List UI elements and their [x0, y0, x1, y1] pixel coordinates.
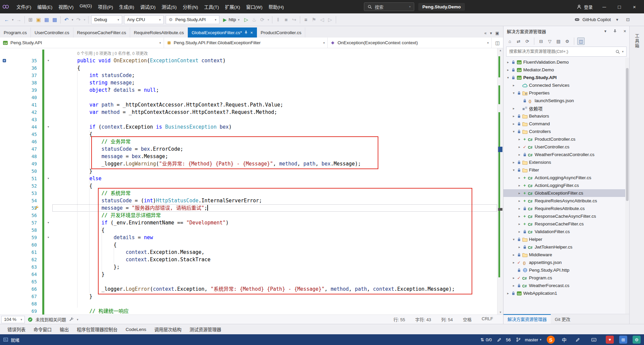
- previous-bookmark-button[interactable]: ◁: [318, 15, 326, 24]
- tree-item-launchsettings-json[interactable]: {}launchSettings.json: [503, 97, 629, 105]
- breadcrumb-segment-2[interactable]: Peng.Study.API.Filter.GlobalExceptionFil…: [164, 38, 328, 48]
- expander-icon[interactable]: ▸: [517, 207, 522, 210]
- outline-margin[interactable]: ▾: [44, 219, 52, 226]
- start-debugging-button[interactable]: ▶: [223, 17, 227, 22]
- tree-item-fluentvalidation-demo[interactable]: ▸C#FluentValidation.Demo: [503, 58, 629, 66]
- title-search-box[interactable]: 搜索 ▾: [364, 2, 414, 11]
- outline-margin[interactable]: [44, 86, 52, 94]
- breakpoint-margin[interactable]: [0, 138, 9, 145]
- hot-reload-button[interactable]: ♨: [250, 15, 258, 24]
- configuration-dropdown[interactable]: Debug ▾: [91, 15, 122, 24]
- caret-char-indicator[interactable]: 字符: 43: [415, 316, 431, 323]
- expander-icon[interactable]: ▸: [505, 68, 511, 72]
- outline-margin[interactable]: [44, 263, 52, 271]
- tab-program-cs[interactable]: Program.cs: [0, 27, 31, 38]
- breakpoint-margin[interactable]: [0, 64, 9, 72]
- outline-margin[interactable]: [44, 190, 52, 197]
- code-line-38[interactable]: 38 string message;: [0, 79, 497, 86]
- outline-margin[interactable]: [44, 72, 52, 79]
- tree-item-responsecacheasyncfilter-cs[interactable]: ▸+C#ResponseCacheAsyncFilter.cs: [503, 212, 629, 220]
- redo-dropdown[interactable]: ▾: [83, 15, 87, 24]
- breakpoint-margin[interactable]: [0, 278, 9, 285]
- tree-item-weatherforecast-cs[interactable]: ▸C#WeatherForecast.cs: [503, 282, 629, 289]
- menu-item-s[interactable]: 测试(S): [159, 2, 180, 12]
- minimize-button[interactable]: ─: [597, 0, 612, 13]
- code-line-60[interactable]: 60 {: [0, 241, 497, 249]
- tree-item-usercontroller-cs[interactable]: ▸✓C#UserController.cs: [503, 143, 629, 151]
- maximize-button[interactable]: □: [612, 0, 627, 13]
- navigate-forward-button[interactable]: →: [15, 15, 23, 24]
- solution-search-input[interactable]: [509, 49, 613, 54]
- undo-dropdown[interactable]: ▾: [70, 15, 74, 24]
- menu-item-git-g[interactable]: Git(G): [76, 2, 95, 12]
- github-copilot-badge[interactable]: GitHub Copilot ▾⊡: [574, 15, 641, 24]
- code-line-43[interactable]: 43: [0, 116, 497, 123]
- code-line-50[interactable]: 50 }: [0, 167, 497, 175]
- undo-button[interactable]: ↶: [62, 15, 70, 24]
- menu-item-n[interactable]: 分析(N): [180, 2, 201, 12]
- breakpoint-margin[interactable]: [0, 234, 9, 241]
- scrollbar-up-arrow[interactable]: ▲: [497, 49, 503, 52]
- tree-item-item[interactable]: ▸依赖项: [503, 105, 629, 112]
- breakpoint-margin[interactable]: [0, 116, 9, 123]
- code-editor[interactable]: 0 个引用 | 0 项更改 | 0 名作者, 0 项更改35▾ public v…: [0, 48, 503, 315]
- code-line-40[interactable]: 40: [0, 94, 497, 101]
- menu-item-b[interactable]: 生成(B): [116, 2, 137, 12]
- breakpoint-margin[interactable]: [0, 123, 9, 131]
- menu-item-f[interactable]: 文件(F): [13, 2, 34, 12]
- expander-icon[interactable]: ▸: [511, 284, 516, 287]
- tree-scrollbar[interactable]: [625, 58, 629, 314]
- show-all-files-button[interactable]: ▤: [555, 38, 562, 45]
- tree-item-filter[interactable]: ▾Filter: [503, 166, 629, 174]
- breakpoint-margin[interactable]: [0, 204, 9, 212]
- copilot-badge-dropdown[interactable]: ▾: [613, 15, 621, 24]
- outline-margin[interactable]: [44, 204, 52, 212]
- split-editor-button[interactable]: ◫: [492, 38, 503, 48]
- outline-margin[interactable]: [44, 116, 52, 123]
- code-line-52[interactable]: 52 {: [0, 182, 497, 190]
- tree-item-actionloggingasyncfilter-cs[interactable]: ▸+C#ActionLoggingAsyncFilter.cs: [503, 174, 629, 182]
- autohide-tab-item[interactable]: 工具箱: [634, 30, 640, 52]
- scrollbar-down-arrow[interactable]: ▼: [497, 311, 503, 314]
- stop-debugging-button[interactable]: ■: [282, 15, 290, 24]
- code-line-47[interactable]: 47 statusCode = bex.ErrorCode;: [0, 145, 497, 153]
- outline-margin[interactable]: ▾: [44, 175, 52, 182]
- outline-margin[interactable]: [44, 271, 52, 278]
- expander-icon[interactable]: ▸: [511, 122, 516, 126]
- zoom-selector[interactable]: 104 % ▾: [1, 316, 25, 323]
- tab-requirerolesattribute-cs[interactable]: RequireRolesAttribute.cs: [130, 27, 188, 38]
- outline-margin[interactable]: [44, 300, 52, 307]
- pending-edits-button[interactable]: 56: [497, 337, 511, 342]
- code-health-icon[interactable]: [28, 317, 33, 322]
- save-all-button[interactable]: ▩: [51, 15, 59, 24]
- new-project-button[interactable]: ⊞: [26, 15, 35, 24]
- outline-margin[interactable]: [44, 131, 52, 138]
- expander-icon[interactable]: ▸: [517, 230, 522, 233]
- expander-icon[interactable]: ▾: [511, 168, 516, 172]
- sync-with-active-document-button[interactable]: ⇄: [515, 38, 522, 45]
- breadcrumb-segment-3[interactable]: OnException(ExceptionContext context)▾: [328, 38, 492, 48]
- code-line-65[interactable]: 65: [0, 278, 497, 285]
- tree-item-actionloggingfilter-cs[interactable]: ▸+C#ActionLoggingFilter.cs: [503, 182, 629, 189]
- code-line-37[interactable]: 37 int statusCode;: [0, 72, 497, 79]
- breadcrumb-segment-1[interactable]: C#Peng.Study.API▾: [0, 38, 164, 48]
- start-without-debugging-button[interactable]: ▷: [242, 15, 250, 24]
- tab-responsecachefilter-cs[interactable]: ResponseCacheFilter.cs: [73, 27, 130, 38]
- panel-tab-item[interactable]: 错误列表: [3, 324, 30, 334]
- tree-item-requirerolesattribute-cs[interactable]: ▸C#RequireRolesAttribute.cs: [503, 205, 629, 212]
- restart-dropdown[interactable]: ▾: [266, 15, 270, 24]
- breakpoint-margin[interactable]: [0, 212, 9, 219]
- tree-item-properties[interactable]: ▾Properties: [503, 89, 629, 97]
- redo-button[interactable]: ↷: [74, 15, 83, 24]
- tree-item-appsettings-json[interactable]: ▸✓{}appsettings.json: [503, 259, 629, 266]
- code-line-44[interactable]: 44▾ if (context.Exception is BusinessExc…: [0, 123, 497, 131]
- caret-column-indicator[interactable]: 列: 54: [441, 316, 453, 323]
- code-line-39[interactable]: 39 object? details = null;: [0, 86, 497, 94]
- expander-icon[interactable]: ▸: [511, 276, 516, 280]
- active-documents-dropdown[interactable]: ▾: [490, 31, 492, 36]
- outline-margin[interactable]: ▾: [44, 234, 52, 241]
- tree-item-peng-study-api[interactable]: ▾C#Peng.Study.API: [503, 74, 629, 81]
- expander-icon[interactable]: ▸: [505, 291, 511, 295]
- tree-item-webapplication1[interactable]: ▸C#WebApplication1: [503, 289, 629, 297]
- expander-icon[interactable]: ▾: [511, 91, 516, 95]
